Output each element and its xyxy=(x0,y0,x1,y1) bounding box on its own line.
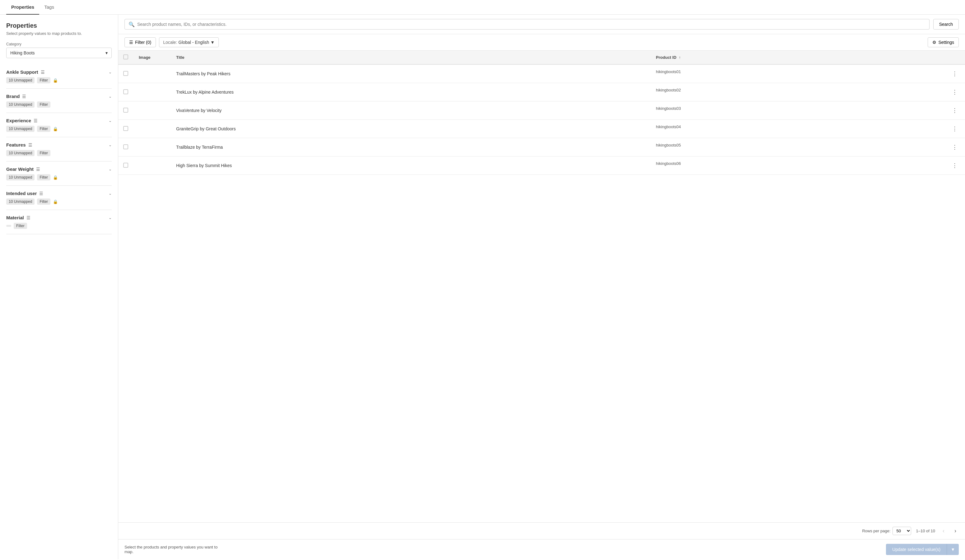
property-name-brand: Brand xyxy=(6,94,20,99)
list-filter-icon: ☰ xyxy=(39,191,43,196)
category-value: Hiking Boots xyxy=(10,51,35,56)
unmapped-tag: 10 Unmapped xyxy=(6,101,34,108)
th-product-id[interactable]: Product ID ↑ xyxy=(651,51,965,64)
table-row: VivaVenture by Velocity hikingboots03 ⋮ xyxy=(118,101,965,120)
row-more-button[interactable]: ⋮ xyxy=(949,124,960,134)
search-bar: 🔍 xyxy=(124,19,929,29)
top-tabs: Properties Tags xyxy=(0,0,965,15)
row-product-id: hikingboots05 xyxy=(656,143,681,147)
property-section-brand: Brand ☰ ⌄ 10 UnmappedFilter xyxy=(6,89,112,113)
row-title: TrekLux by Alpine Adventures xyxy=(171,83,651,101)
row-more-button[interactable]: ⋮ xyxy=(949,161,960,170)
list-filter-icon: ☰ xyxy=(41,70,45,75)
chevron-down-icon: ⌄ xyxy=(109,70,112,74)
lock-icon: 🔒 xyxy=(53,199,58,204)
next-page-button[interactable]: › xyxy=(952,526,959,536)
chevron-down-icon: ▾ xyxy=(105,51,108,56)
table-row: GraniteGrip by Great Outdoors hikingboot… xyxy=(118,120,965,138)
filter-tag[interactable]: Filter xyxy=(37,77,51,83)
rows-per-page-label: Rows per page: xyxy=(862,529,890,533)
tab-properties[interactable]: Properties xyxy=(6,0,39,15)
property-header-experience[interactable]: Experience ☰ ⌄ xyxy=(6,118,112,123)
action-bar: Select the products and property values … xyxy=(118,539,965,559)
locale-selector[interactable]: Locale: Global - English ▼ xyxy=(159,38,219,47)
select-all-checkbox[interactable] xyxy=(123,54,128,59)
rows-per-page-select[interactable]: 50 25 100 xyxy=(893,527,911,535)
property-tags-brand: 10 UnmappedFilter xyxy=(6,101,112,108)
row-more-button[interactable]: ⋮ xyxy=(949,69,960,78)
update-button-dropdown[interactable]: ▼ xyxy=(947,544,959,555)
filter-bar: ☰ Filter (0) Locale: Global - English ▼ … xyxy=(118,34,965,51)
category-dropdown[interactable]: Hiking Boots ▾ xyxy=(6,47,112,58)
filter-tag[interactable]: Filter xyxy=(37,199,51,205)
sort-asc-icon: ↑ xyxy=(679,56,680,60)
row-title: Trailblaze by TerraFirma xyxy=(171,138,651,157)
property-name-gear-weight: Gear Weight xyxy=(6,167,34,172)
chevron-down-icon: ⌄ xyxy=(109,119,112,123)
row-product-id: hikingboots02 xyxy=(656,88,681,92)
property-tags-gear-weight: 10 UnmappedFilter🔒 xyxy=(6,174,112,180)
list-filter-icon: ☰ xyxy=(28,142,33,147)
row-more-button[interactable]: ⋮ xyxy=(949,142,960,152)
row-title: TrailMasters by Peak Hikers xyxy=(171,64,651,83)
row-image xyxy=(134,120,171,138)
search-icon: 🔍 xyxy=(129,21,135,28)
list-filter-icon: ☰ xyxy=(26,215,31,220)
property-tags-intended-user: 10 UnmappedFilter🔒 xyxy=(6,199,112,205)
property-header-ankle-support[interactable]: Ankle Support ☰ ⌄ xyxy=(6,69,112,75)
filter-icon: ☰ xyxy=(129,40,133,45)
chevron-down-icon: ⌄ xyxy=(109,191,112,196)
filter-button[interactable]: ☰ Filter (0) xyxy=(124,38,156,47)
property-section-intended-user: Intended user ☰ ⌄ 10 UnmappedFilter🔒 xyxy=(6,186,112,210)
row-more-button[interactable]: ⋮ xyxy=(949,87,960,97)
category-select: Category Hiking Boots ▾ xyxy=(6,42,112,58)
prev-page-button[interactable]: ‹ xyxy=(940,526,947,536)
lock-icon: 🔒 xyxy=(53,127,58,131)
row-image xyxy=(134,64,171,83)
row-checkbox[interactable] xyxy=(123,71,128,76)
filter-bar-left: ☰ Filter (0) Locale: Global - English ▼ xyxy=(124,38,219,47)
row-checkbox[interactable] xyxy=(123,163,128,168)
row-image xyxy=(134,157,171,175)
filter-tag[interactable]: Filter xyxy=(14,223,27,229)
row-image xyxy=(134,138,171,157)
property-header-features[interactable]: Features ☰ ⌄ xyxy=(6,142,112,147)
unmapped-tag: 10 Unmapped xyxy=(6,126,34,132)
sidebar-title: Properties xyxy=(6,22,112,29)
lock-icon: 🔒 xyxy=(53,175,58,180)
row-image xyxy=(134,101,171,120)
filter-tag[interactable]: Filter xyxy=(37,150,51,156)
property-name-intended-user: Intended user xyxy=(6,191,37,196)
property-sections: Ankle Support ☰ ⌄ 10 UnmappedFilter🔒 Bra… xyxy=(6,64,112,234)
row-checkbox[interactable] xyxy=(123,144,128,149)
property-name-material: Material xyxy=(6,215,24,220)
property-name-features: Features xyxy=(6,142,26,147)
filter-tag[interactable]: Filter xyxy=(37,174,51,180)
row-product-id: hikingboots04 xyxy=(656,124,681,129)
row-more-button[interactable]: ⋮ xyxy=(949,106,960,115)
table-body: TrailMasters by Peak Hikers hikingboots0… xyxy=(118,64,965,175)
row-checkbox[interactable] xyxy=(123,89,128,94)
list-filter-icon: ☰ xyxy=(22,94,26,99)
search-input[interactable] xyxy=(137,19,926,29)
settings-button[interactable]: ⚙ Settings xyxy=(927,38,959,47)
action-text: Select the products and property values … xyxy=(124,545,224,554)
row-checkbox[interactable] xyxy=(123,108,128,113)
tab-tags[interactable]: Tags xyxy=(39,0,59,15)
property-tags-material: Filter xyxy=(6,223,112,229)
chevron-down-icon: ⌄ xyxy=(109,94,112,99)
property-header-brand[interactable]: Brand ☰ ⌄ xyxy=(6,94,112,99)
property-header-intended-user[interactable]: Intended user ☰ ⌄ xyxy=(6,191,112,196)
search-button[interactable]: Search xyxy=(933,19,959,29)
filter-tag[interactable]: Filter xyxy=(37,126,51,132)
update-button[interactable]: Update selected value(s) xyxy=(886,544,947,555)
row-title: VivaVenture by Velocity xyxy=(171,101,651,120)
table-row: TrailMasters by Peak Hikers hikingboots0… xyxy=(118,64,965,83)
filter-tag[interactable]: Filter xyxy=(37,101,51,108)
row-checkbox[interactable] xyxy=(123,126,128,131)
th-title: Title xyxy=(171,51,651,64)
property-header-gear-weight[interactable]: Gear Weight ☰ ⌄ xyxy=(6,167,112,172)
locale-label: Locale: xyxy=(163,40,177,45)
table-row: TrekLux by Alpine Adventures hikingboots… xyxy=(118,83,965,101)
property-header-material[interactable]: Material ☰ ⌄ xyxy=(6,215,112,220)
